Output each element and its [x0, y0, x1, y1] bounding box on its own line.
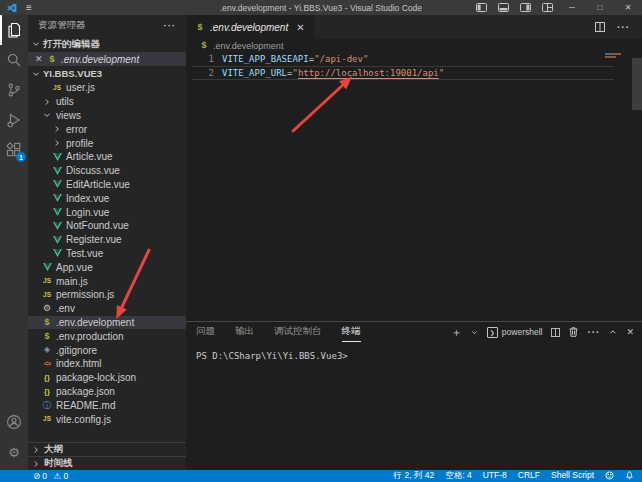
tab-label: .env.development	[210, 22, 288, 33]
vue-icon	[52, 208, 62, 216]
project-root-header[interactable]: YI.BBS.VUE3	[28, 66, 186, 81]
panel-tab-[interactable]: 调试控制台	[274, 322, 322, 342]
tree-item-env-development[interactable]: $.env.development	[28, 316, 186, 330]
tree-item-user-js[interactable]: JSuser.js	[28, 81, 186, 95]
dollar-icon: $	[195, 23, 205, 32]
toggle-panel-icon[interactable]	[492, 0, 514, 15]
tree-item-permission-js[interactable]: JSpermission.js	[28, 288, 186, 302]
code-line-1[interactable]: 1VITE_APP_BASEAPI="/api-dev"	[186, 52, 642, 66]
open-editor-label: .env.development	[61, 54, 139, 65]
code-editor[interactable]: 1VITE_APP_BASEAPI="/api-dev"2VITE_APP_UR…	[186, 52, 642, 321]
menu-icon[interactable]: ≡	[26, 3, 32, 13]
timeline-section-header[interactable]: 时间线	[28, 456, 186, 470]
tree-item-test-vue[interactable]: Test.vue	[28, 247, 186, 261]
code-line-2[interactable]: 2VITE_APP_URL="http://localhost:19001/ap…	[186, 66, 642, 80]
close-button[interactable]: ✕	[614, 0, 642, 15]
tree-item-label: user.js	[66, 82, 95, 93]
notifications-bell-icon[interactable]	[625, 470, 634, 482]
minimize-button[interactable]: ─	[558, 0, 586, 15]
status-items-container: 行 2, 列 42空格: 4UTF-8CRLFShell Script	[394, 470, 594, 482]
split-editor-icon[interactable]	[595, 22, 605, 32]
tree-item-login-vue[interactable]: Login.vue	[28, 205, 186, 219]
tree-item-profile[interactable]: profile	[28, 136, 186, 150]
breadcrumb[interactable]: $ .env.development	[186, 39, 642, 52]
maximize-button[interactable]: □	[586, 0, 614, 15]
tree-item-label: Index.vue	[66, 193, 109, 204]
code-lines: 1VITE_APP_BASEAPI="/api-dev"2VITE_APP_UR…	[186, 52, 642, 80]
manage-gear-icon[interactable]: ⚙	[0, 437, 28, 467]
tree-item-label: NotFound.vue	[66, 220, 129, 231]
source-control-icon[interactable]	[0, 75, 28, 105]
tree-item-main-js[interactable]: JSmain.js	[28, 274, 186, 288]
minimap[interactable]	[605, 52, 629, 92]
split-terminal-icon[interactable]	[551, 328, 560, 337]
activity-bar: 1 ⚙	[0, 15, 28, 470]
customize-layout-icon[interactable]	[536, 0, 558, 15]
feedback-icon[interactable]	[605, 471, 614, 482]
tree-item-register-vue[interactable]: Register.vue	[28, 233, 186, 247]
tree-item-label: profile	[66, 138, 93, 149]
status-item-4[interactable]: 空格: 4	[445, 470, 471, 482]
tree-item-views[interactable]: views	[28, 109, 186, 123]
tree-item-editarticle-vue[interactable]: EditArticle.vue	[28, 178, 186, 192]
terminal-instance-powershell[interactable]: ❯ powershell	[487, 327, 543, 338]
tree-item-env[interactable]: ⚙.env	[28, 302, 186, 316]
kill-terminal-trash-icon[interactable]	[569, 327, 578, 337]
tree-item-discuss-vue[interactable]: Discuss.vue	[28, 164, 186, 178]
maximize-panel-icon[interactable]	[609, 328, 617, 336]
tab-close-icon[interactable]: ✕	[296, 22, 304, 33]
status-item-2-42[interactable]: 行 2, 列 42	[394, 470, 435, 482]
braces-icon: {}	[42, 374, 52, 382]
vue-icon	[52, 249, 62, 257]
tree-item-utils[interactable]: utils	[28, 95, 186, 109]
panel-more-actions-icon[interactable]: ···	[587, 327, 600, 338]
tree-item-error[interactable]: error	[28, 122, 186, 136]
status-item-utf-8[interactable]: UTF-8	[483, 470, 507, 482]
close-icon[interactable]: ✕	[35, 54, 43, 64]
editor-more-actions-icon[interactable]: ···	[617, 22, 630, 33]
status-item-shell-script[interactable]: Shell Script	[551, 470, 594, 482]
tree-item-index-html[interactable]: <>index.html	[28, 357, 186, 371]
tab-env-development[interactable]: $ .env.development ✕	[186, 15, 314, 39]
tree-item-article-vue[interactable]: Article.vue	[28, 150, 186, 164]
toggle-secondary-sidebar-icon[interactable]	[514, 0, 536, 15]
tree-item-gitignore[interactable]: ◈.gitignore	[28, 343, 186, 357]
new-terminal-icon[interactable]: ＋	[451, 325, 462, 340]
tree-item-vite-config-js[interactable]: JSvite.config.js	[28, 412, 186, 426]
tree-item-label: EditArticle.vue	[66, 179, 130, 190]
tree-item-readme-md[interactable]: ⓘREADME.md	[28, 398, 186, 412]
tree-item-env-production[interactable]: $.env.production	[28, 329, 186, 343]
open-editor-item[interactable]: ✕ $ .env.development	[28, 52, 186, 66]
editor-scrollbar[interactable]	[632, 58, 642, 110]
gear-icon: ⚙	[42, 304, 52, 313]
run-debug-icon[interactable]	[0, 105, 28, 135]
extensions-icon[interactable]: 1	[0, 135, 28, 165]
panel-tab-[interactable]: 问题	[196, 322, 215, 342]
extensions-badge: 1	[16, 152, 26, 162]
terminal-output[interactable]: PS D:\CSharp\Yi\Yi.BBS.Vue3>	[186, 342, 642, 361]
close-panel-icon[interactable]: ✕	[626, 327, 634, 337]
terminal-dropdown-icon[interactable]	[471, 329, 478, 336]
tree-item-index-vue[interactable]: Index.vue	[28, 191, 186, 205]
open-editors-header[interactable]: 打开的编辑器	[28, 36, 186, 52]
tree-item-package-json[interactable]: {}package.json	[28, 385, 186, 399]
explorer-icon[interactable]	[0, 15, 28, 45]
search-icon[interactable]	[0, 45, 28, 75]
tree-item-label: Discuss.vue	[66, 165, 120, 176]
explorer-more-icon[interactable]: ···	[164, 20, 177, 31]
accounts-icon[interactable]	[0, 407, 28, 437]
panel-tab-[interactable]: 终端	[342, 322, 361, 342]
problems-status[interactable]: ⊘ 0 ⚠ 0	[33, 471, 68, 481]
toggle-primary-sidebar-icon[interactable]	[470, 0, 492, 15]
vue-icon	[52, 153, 62, 161]
vscode-logo-icon	[7, 3, 17, 13]
tree-item-label: vite.config.js	[56, 414, 111, 425]
panel-tab-[interactable]: 输出	[235, 322, 254, 342]
tree-item-package-lock-json[interactable]: {}package-lock.json	[28, 371, 186, 385]
warnings-icon: ⚠	[54, 471, 62, 481]
tree-item-label: .env	[56, 303, 75, 314]
outline-section-header[interactable]: 大纲	[28, 442, 186, 456]
status-item-crlf[interactable]: CRLF	[518, 470, 540, 482]
tree-item-app-vue[interactable]: App.vue	[28, 260, 186, 274]
tree-item-notfound-vue[interactable]: NotFound.vue	[28, 219, 186, 233]
